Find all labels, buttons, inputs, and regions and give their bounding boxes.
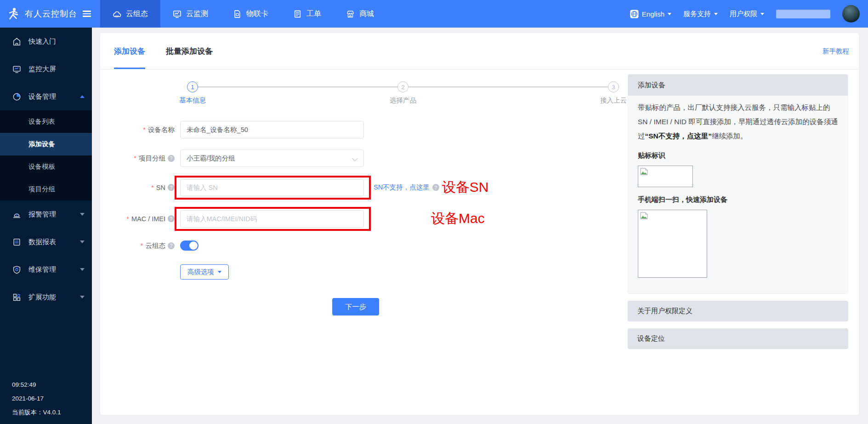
required-asterisk: * [143,126,146,133]
sidebar-item-device-list[interactable]: 设备列表 [0,110,92,133]
extensions-grid-icon [12,293,21,302]
tabbar: 添加设备 批量添加设备 新手教程 [100,33,859,69]
sidebar-item-device-management[interactable]: 设备管理 [0,83,92,110]
sidebar-item-quick-start[interactable]: 快速入门 [0,28,92,55]
content-card: 添加设备 批量添加设备 新手教程 1 基本信息 2 [100,33,859,415]
layout: 快速入门 监控大屏 设备管理 设备列表 添加设备 设备模板 项目分组 [0,28,868,424]
nav-tab-store[interactable]: 商城 [334,0,386,28]
nav-tab-cloud-monitor[interactable]: 云监测 [160,0,221,28]
help-icon[interactable]: ? [168,155,175,162]
form-row-mac-imei: * MAC / IMEI ? 设备Mac [100,209,628,228]
form-row-project-group: * 项目分组 ? 小王霸/我的分组 [100,149,628,167]
required-asterisk: * [141,242,143,249]
form-row-device-name: * 设备名称 [100,121,628,138]
avatar[interactable] [842,5,860,23]
nav-tab-label: 商城 [359,9,374,19]
help-icon[interactable]: ? [168,184,175,191]
add-device-form-area: 1 基本信息 2 选择产品 3 接入上云 [100,69,628,415]
user-permissions-help-bar[interactable]: 关于用户权限定义 [628,301,848,321]
device-location-help-bar[interactable]: 设备定位 [628,328,848,349]
cloud-icon [113,10,121,18]
tutorial-link[interactable]: 新手教程 [823,47,849,56]
qr-image-placeholder [638,210,707,278]
sidebar-item-data-reports[interactable]: 数据报表 [0,228,92,256]
nav-tab-iot-sim[interactable]: 物联卡 [221,0,281,28]
help-card-header: 添加设备 [628,74,848,96]
chevron-down-icon [218,271,221,273]
language-menu[interactable]: English [630,10,671,18]
advanced-options-button[interactable]: 高级选项 [180,264,229,280]
chevron-down-icon [80,213,85,216]
language-label: English [642,10,664,18]
sidebar-item-add-device[interactable]: 添加设备 [0,133,92,155]
top-nav: 云组态 云监测 物联卡 [100,0,386,28]
monitor-chart-icon [173,10,182,18]
support-menu[interactable]: 服务支持 [683,10,718,18]
step-label: 接入上云 [600,96,627,105]
support-label: 服务支持 [683,10,711,18]
card-body: 1 基本信息 2 选择产品 3 接入上云 [100,69,859,415]
globe-icon [630,10,639,18]
nav-tab-cloud-scada[interactable]: 云组态 [100,0,160,28]
sidebar-item-maintenance[interactable]: 维保管理 [0,256,92,283]
tab-add-device[interactable]: 添加设备 [114,33,145,69]
form-row-sn: * SN ? SN不支持，点这里 ? 设备SN [100,178,628,197]
cloud-scada-label: * 云组态 ? [100,241,175,250]
chevron-down-icon [352,155,358,161]
project-group-value: 小王霸/我的分组 [187,154,235,163]
sidebar-item-device-template[interactable]: 设备模板 [0,155,92,178]
chevron-down-icon [714,13,718,15]
form-row-cloud-scada: * 云组态 ? [100,241,628,251]
topbar: 有人云控制台 云组态 云监测 [0,0,868,28]
topbar-right: English 服务支持 用户权限 [630,0,868,28]
help-icon[interactable]: ? [432,184,439,191]
alarm-icon [12,210,21,219]
step-select-product: 2 选择产品 [397,81,408,92]
version-label: 当前版本：V4.0.1 [12,406,61,419]
chevron-down-icon [80,241,85,243]
nav-tab-label: 云监测 [186,9,208,19]
sidebar-item-big-screen[interactable]: 监控大屏 [0,55,92,83]
device-name-label: * 设备名称 [100,126,175,134]
sn-not-supported-link[interactable]: SN不支持，点这里 [374,183,430,192]
username-redacted [776,10,830,18]
sidebar-item-label: 报警管理 [28,210,80,219]
current-time: 09:52:49 [12,378,61,392]
broken-image-icon [640,212,648,219]
tab-batch-add-device[interactable]: 批量添加设备 [166,33,213,69]
permissions-label: 用户权限 [730,10,757,18]
mac-imei-input[interactable] [180,210,364,228]
step-label: 选择产品 [390,96,416,105]
sidebar-item-project-group[interactable]: 项目分组 [0,178,92,201]
step-connector [198,86,397,87]
sidebar-item-alarm-management[interactable]: 报警管理 [0,201,92,228]
menu-toggle-icon[interactable] [83,11,91,17]
broken-image-icon [640,168,648,175]
chevron-down-icon [760,13,764,15]
nav-tab-label: 云组态 [126,9,148,19]
big-screen-icon [12,65,21,74]
chevron-up-icon [80,95,85,98]
sidebar-item-label: 扩展功能 [28,293,80,302]
help-icon[interactable]: ? [168,242,175,249]
sn-input[interactable] [180,179,364,196]
chevron-down-icon [668,13,671,15]
next-step-button[interactable]: 下一步 [332,298,379,315]
current-date: 2021-06-17 [12,392,61,406]
chevron-down-icon [80,296,85,298]
help-icon[interactable]: ? [168,215,175,222]
next-button-row: 下一步 [100,298,628,315]
permissions-menu[interactable]: 用户权限 [730,10,764,18]
help-panel: 添加设备 带贴标的产品，出厂默认支持接入云服务，只需输入标贴上的SN / IME… [628,74,848,415]
device-name-input[interactable] [180,121,364,138]
sidebar-item-label: 监控大屏 [28,65,85,74]
project-group-select[interactable]: 小王霸/我的分组 [180,149,364,167]
device-management-submenu: 设备列表 添加设备 设备模板 项目分组 [0,110,92,201]
cloud-scada-toggle[interactable] [180,241,199,251]
sidebar-item-extensions[interactable]: 扩展功能 [0,283,92,311]
mac-imei-label: * MAC / IMEI ? [100,215,175,223]
nav-tab-label: 物联卡 [246,9,268,19]
nav-tab-work-order[interactable]: 工单 [281,0,334,28]
required-asterisk: * [134,155,136,162]
nav-tab-label: 工单 [306,9,321,19]
